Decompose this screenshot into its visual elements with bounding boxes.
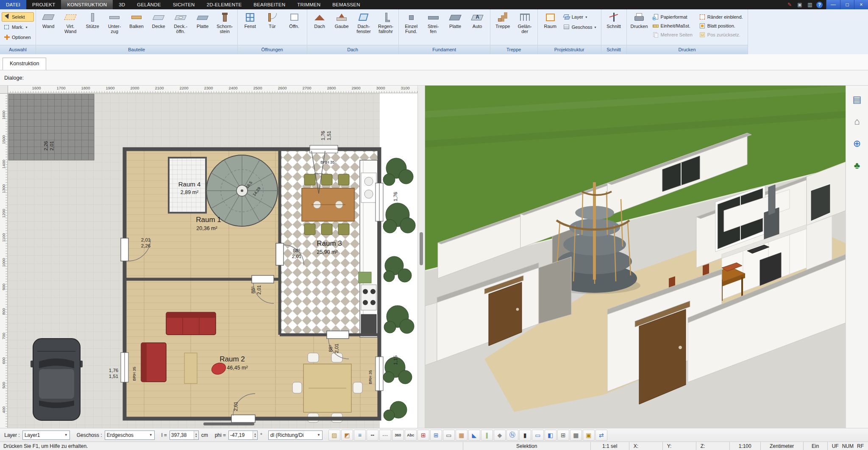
menu-tab[interactable]: DATEI <box>0 0 26 9</box>
menu-tab[interactable]: BEMASSEN <box>326 0 366 9</box>
ribbon-small-button[interactable]: Selekt ▾ <box>2 12 34 22</box>
ribbon-small-button[interactable]: Ränder einblend. ▾ <box>697 12 746 22</box>
package-icon[interactable]: ▣ <box>796 1 804 8</box>
close-button[interactable]: × <box>854 0 868 9</box>
orbit-move-icon[interactable]: ⊕ <box>849 136 865 152</box>
menu-tab[interactable]: KONSTRUKTION <box>61 0 113 9</box>
floor-plan-canvas[interactable]: Raum 4 2,89 m² Raum 1 20,36 m² Raum 3 25… <box>0 86 417 428</box>
ribbon-small-button[interactable]: Mark. ▾ <box>2 22 34 32</box>
ribbon-small-button[interactable]: Blatt position. ▾ <box>697 21 746 31</box>
maximize-button[interactable]: □ <box>840 0 854 9</box>
ribbon-button[interactable]: Drucken <box>629 10 650 29</box>
ribbon-button[interactable]: Tür <box>262 10 283 29</box>
line-style-icon[interactable]: ≡ <box>354 430 366 441</box>
menu-tab[interactable]: GELÄNDE <box>131 0 167 9</box>
tile-pattern-icon[interactable]: ▦ <box>456 430 467 441</box>
menu-tab[interactable]: 3D <box>113 0 131 9</box>
ribbon-button[interactable]: Balken <box>126 10 147 29</box>
diamond-snap-icon[interactable]: ◆ <box>494 430 506 441</box>
ribbon-button[interactable]: Schnitt <box>603 10 625 29</box>
ribbon-small-icon <box>563 14 570 20</box>
pen-icon[interactable]: ✎ <box>786 1 793 8</box>
ribbon-button[interactable]: Gaube <box>331 10 353 29</box>
rect-edge-icon[interactable]: ◧ <box>545 430 556 441</box>
phi-input[interactable]: ▲▼ <box>228 431 258 440</box>
length-input[interactable]: ▲▼ <box>170 431 199 440</box>
display-icon[interactable]: ▥ <box>806 1 814 8</box>
layers-icon[interactable]: ▤ <box>849 92 865 108</box>
snap-point-icon[interactable]: ▣ <box>583 430 595 441</box>
ribbon-small-button[interactable]: Optionen ▾ <box>2 33 34 42</box>
menu-tab[interactable]: PROJEKT <box>26 0 61 9</box>
ribbon-button[interactable]: Stütze <box>82 10 103 29</box>
raster-icon[interactable]: ▦ <box>570 430 582 441</box>
rect-select-icon[interactable]: ▭ <box>532 430 544 441</box>
length-field[interactable] <box>170 432 194 438</box>
spinner[interactable]: ▲▼ <box>194 431 198 439</box>
menu-tab[interactable]: 2D-ELEMENTE <box>201 0 248 9</box>
roof-hatch-icon[interactable]: ◩ <box>341 430 353 441</box>
dot-style-icon[interactable]: ⋯ <box>379 430 391 441</box>
frame-icon[interactable]: ▭ <box>443 430 455 441</box>
ribbon-small-button[interactable]: Geschoss ▾ <box>562 22 599 32</box>
grid-icon[interactable]: ⊞ <box>430 430 442 441</box>
ribbon-button[interactable]: Einzel Fund. <box>401 10 422 34</box>
menu-tab[interactable]: SICHTEN <box>167 0 201 9</box>
ribbon-button[interactable]: Schorn- stein <box>214 10 236 34</box>
tree-icon[interactable]: ♣ <box>849 158 865 174</box>
ribbon-button[interactable]: Virt. Wand <box>60 10 81 34</box>
ribbon-button[interactable]: Fenst <box>239 10 261 29</box>
plan-view[interactable]: Raum 4 2,89 m² Raum 1 20,36 m² Raum 3 25… <box>0 86 417 428</box>
swap-arrows-icon[interactable]: ⇄ <box>595 430 607 441</box>
help-icon[interactable]: ? <box>816 2 823 8</box>
menu-tab[interactable]: TRIMMEN <box>291 0 326 9</box>
dash-style-icon[interactable]: ╍ <box>367 430 378 441</box>
ruler-label: 3000 <box>368 86 393 93</box>
ribbon-button[interactable]: Dach- fenster <box>353 10 375 34</box>
tab-konstruktion[interactable]: Konstruktion <box>3 58 46 70</box>
ribbon-group-oeffnungen: Fenst Tür Öffn. Öffnungen <box>238 9 307 54</box>
ribbon-button[interactable]: Treppe <box>492 10 514 29</box>
ribbon-label: Unter- zug <box>108 24 121 34</box>
ribbon-button[interactable]: Auto <box>467 10 488 29</box>
ribbon-button[interactable]: Deck.- öffn. <box>170 10 192 34</box>
ribbon-button[interactable]: Gelän- der <box>514 10 536 34</box>
ribbon-button[interactable]: Dach <box>309 10 331 29</box>
text-abc-icon[interactable]: Abc <box>405 430 417 441</box>
horizontal-scrollbar[interactable] <box>203 422 254 425</box>
grid-arrow-icon[interactable]: ⊞ <box>417 430 429 441</box>
ribbon-small-button[interactable]: Pos zurücksetz. ▾ <box>697 30 746 39</box>
ribbon-button[interactable]: Decke <box>148 10 170 29</box>
menu-tab[interactable]: BEARBEITEN <box>248 0 291 9</box>
ribbon-button[interactable]: Strei- fen <box>423 10 444 34</box>
angle-360-icon[interactable]: 360 <box>392 430 404 441</box>
phi-field[interactable] <box>229 432 253 438</box>
ribbon-button[interactable]: Raum <box>540 10 561 29</box>
direction-select[interactable]: dl (Richtung/Di ▼ <box>268 431 323 440</box>
minimize-button[interactable]: — <box>826 0 840 9</box>
hatch-icon[interactable]: ▨ <box>328 430 340 441</box>
layer-select[interactable]: Layer1 ▼ <box>22 431 70 440</box>
ribbon-button[interactable]: Regen- fallrohr <box>375 10 397 34</box>
ribbon-small-button[interactable]: Papierformat ▾ <box>651 12 696 22</box>
view-3d[interactable] <box>425 86 846 428</box>
ribbon-button[interactable]: Öffn. <box>284 10 305 29</box>
render-3d-canvas[interactable] <box>425 86 846 428</box>
hash-grid-icon[interactable]: ⊞ <box>557 430 569 441</box>
building-icon[interactable]: ⌂ <box>849 114 865 130</box>
parallel-icon[interactable]: ∥ <box>481 430 493 441</box>
splitter[interactable] <box>417 86 425 428</box>
ribbon-button[interactable]: Platte <box>445 10 466 29</box>
spinner[interactable]: ▲▼ <box>253 431 257 439</box>
ribbon-button[interactable]: Wand <box>38 10 59 29</box>
ribbon-small-button[interactable]: Einheit/Maßst. ▾ <box>651 21 696 31</box>
splitter-handle[interactable] <box>420 232 423 265</box>
ruler-triangle-icon[interactable]: ◣ <box>468 430 480 441</box>
north-icon[interactable]: Ⓝ <box>506 430 518 441</box>
ribbon-button[interactable]: Platte <box>192 10 214 29</box>
ribbon-small-button[interactable]: Mehrere Seiten ▾ <box>651 30 696 39</box>
ribbon-small-button[interactable]: Layer ▾ <box>562 12 599 22</box>
column-tool-icon[interactable]: ▮ <box>519 430 531 441</box>
geschoss-select[interactable]: Erdgeschos ▼ <box>105 431 155 440</box>
ribbon-button[interactable]: Unter- zug <box>104 10 125 34</box>
